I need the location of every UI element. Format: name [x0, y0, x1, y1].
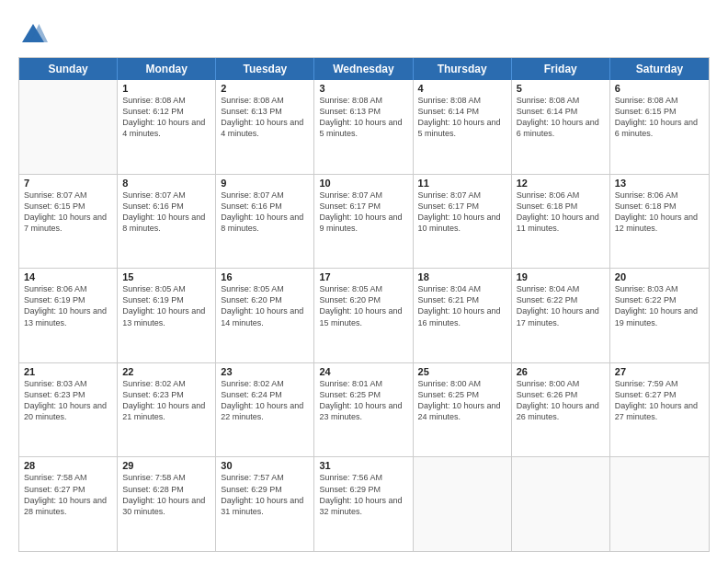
calendar-cell: 15Sunrise: 8:05 AMSunset: 6:19 PMDayligh… — [118, 269, 216, 362]
header-tuesday: Tuesday — [216, 58, 314, 80]
day-number: 12 — [517, 178, 605, 189]
cell-info: Sunrise: 8:08 AMSunset: 6:12 PMDaylight:… — [122, 95, 210, 140]
day-number: 26 — [517, 366, 605, 377]
cell-info: Sunrise: 8:01 AMSunset: 6:25 PMDaylight:… — [319, 378, 407, 423]
calendar-cell — [610, 457, 709, 551]
cell-info: Sunrise: 8:06 AMSunset: 6:18 PMDaylight:… — [615, 190, 704, 235]
calendar-body: 1Sunrise: 8:08 AMSunset: 6:12 PMDaylight… — [19, 80, 709, 551]
calendar-header: SundayMondayTuesdayWednesdayThursdayFrid… — [19, 58, 709, 80]
calendar-cell: 12Sunrise: 8:06 AMSunset: 6:18 PMDayligh… — [512, 175, 610, 269]
day-number: 8 — [122, 178, 210, 189]
day-number: 2 — [221, 83, 309, 94]
day-number: 31 — [319, 460, 407, 471]
header-wednesday: Wednesday — [314, 58, 413, 80]
header — [18, 17, 710, 50]
calendar-row-4: 28Sunrise: 7:58 AMSunset: 6:27 PMDayligh… — [19, 457, 709, 551]
header-thursday: Thursday — [414, 58, 512, 80]
cell-info: Sunrise: 8:05 AMSunset: 6:19 PMDaylight:… — [122, 283, 210, 328]
cell-info: Sunrise: 8:07 AMSunset: 6:16 PMDaylight:… — [122, 190, 210, 235]
calendar-cell: 27Sunrise: 7:59 AMSunset: 6:27 PMDayligh… — [610, 363, 709, 457]
calendar-cell: 1Sunrise: 8:08 AMSunset: 6:12 PMDaylight… — [118, 80, 216, 174]
cell-info: Sunrise: 8:02 AMSunset: 6:23 PMDaylight:… — [122, 378, 210, 423]
cell-info: Sunrise: 8:00 AMSunset: 6:26 PMDaylight:… — [517, 378, 605, 423]
day-number: 3 — [319, 83, 407, 94]
day-number: 29 — [122, 460, 210, 471]
cell-info: Sunrise: 8:08 AMSunset: 6:14 PMDaylight:… — [517, 95, 605, 140]
cell-info: Sunrise: 8:08 AMSunset: 6:15 PMDaylight:… — [615, 95, 704, 140]
day-number: 24 — [319, 366, 407, 377]
cell-info: Sunrise: 8:06 AMSunset: 6:18 PMDaylight:… — [517, 190, 605, 235]
day-number: 27 — [615, 366, 704, 377]
header-monday: Monday — [118, 58, 216, 80]
calendar-cell: 31Sunrise: 7:56 AMSunset: 6:29 PMDayligh… — [314, 457, 413, 551]
calendar-cell: 22Sunrise: 8:02 AMSunset: 6:23 PMDayligh… — [118, 363, 216, 457]
calendar-cell: 16Sunrise: 8:05 AMSunset: 6:20 PMDayligh… — [216, 269, 314, 362]
day-number: 30 — [221, 460, 309, 471]
day-number: 10 — [319, 178, 407, 189]
calendar-cell: 9Sunrise: 8:07 AMSunset: 6:16 PMDaylight… — [216, 175, 314, 269]
calendar-row-1: 7Sunrise: 8:07 AMSunset: 6:15 PMDaylight… — [19, 175, 709, 270]
day-number: 21 — [24, 366, 112, 377]
cell-info: Sunrise: 8:03 AMSunset: 6:22 PMDaylight:… — [615, 283, 704, 328]
cell-info: Sunrise: 8:03 AMSunset: 6:23 PMDaylight:… — [24, 378, 112, 423]
day-number: 7 — [24, 178, 112, 189]
day-number: 22 — [122, 366, 210, 377]
cell-info: Sunrise: 8:08 AMSunset: 6:13 PMDaylight:… — [319, 95, 407, 140]
day-number: 16 — [221, 271, 309, 282]
calendar-cell — [414, 457, 512, 551]
calendar-cell: 8Sunrise: 8:07 AMSunset: 6:16 PMDaylight… — [118, 175, 216, 269]
cell-info: Sunrise: 8:08 AMSunset: 6:14 PMDaylight:… — [418, 95, 506, 140]
calendar-cell: 21Sunrise: 8:03 AMSunset: 6:23 PMDayligh… — [19, 363, 118, 457]
cell-info: Sunrise: 8:07 AMSunset: 6:16 PMDaylight:… — [221, 190, 309, 235]
calendar-cell — [19, 80, 118, 174]
day-number: 11 — [418, 178, 506, 189]
day-number: 17 — [319, 271, 407, 282]
header-saturday: Saturday — [610, 58, 709, 80]
calendar-row-0: 1Sunrise: 8:08 AMSunset: 6:12 PMDaylight… — [19, 80, 709, 175]
calendar-cell: 3Sunrise: 8:08 AMSunset: 6:13 PMDaylight… — [314, 80, 413, 174]
cell-info: Sunrise: 8:04 AMSunset: 6:21 PMDaylight:… — [418, 283, 506, 328]
day-number: 4 — [418, 83, 506, 94]
day-number: 1 — [122, 83, 210, 94]
calendar-cell: 19Sunrise: 8:04 AMSunset: 6:22 PMDayligh… — [512, 269, 610, 362]
calendar-cell — [512, 457, 610, 551]
calendar-cell: 17Sunrise: 8:05 AMSunset: 6:20 PMDayligh… — [314, 269, 413, 362]
calendar-cell: 13Sunrise: 8:06 AMSunset: 6:18 PMDayligh… — [610, 175, 709, 269]
calendar-row-3: 21Sunrise: 8:03 AMSunset: 6:23 PMDayligh… — [19, 363, 709, 458]
calendar-cell: 20Sunrise: 8:03 AMSunset: 6:22 PMDayligh… — [610, 269, 709, 362]
day-number: 20 — [615, 271, 704, 282]
logo — [18, 20, 51, 50]
day-number: 14 — [24, 271, 112, 282]
calendar-cell: 11Sunrise: 8:07 AMSunset: 6:17 PMDayligh… — [414, 175, 512, 269]
cell-info: Sunrise: 8:02 AMSunset: 6:24 PMDaylight:… — [221, 378, 309, 423]
calendar-cell: 4Sunrise: 8:08 AMSunset: 6:14 PMDaylight… — [414, 80, 512, 174]
cell-info: Sunrise: 7:59 AMSunset: 6:27 PMDaylight:… — [615, 378, 704, 423]
calendar-cell: 23Sunrise: 8:02 AMSunset: 6:24 PMDayligh… — [216, 363, 314, 457]
day-number: 18 — [418, 271, 506, 282]
cell-info: Sunrise: 8:00 AMSunset: 6:25 PMDaylight:… — [418, 378, 506, 423]
day-number: 13 — [615, 178, 704, 189]
cell-info: Sunrise: 8:05 AMSunset: 6:20 PMDaylight:… — [319, 283, 407, 328]
calendar-cell: 10Sunrise: 8:07 AMSunset: 6:17 PMDayligh… — [314, 175, 413, 269]
calendar-cell: 2Sunrise: 8:08 AMSunset: 6:13 PMDaylight… — [216, 80, 314, 174]
calendar-cell: 5Sunrise: 8:08 AMSunset: 6:14 PMDaylight… — [512, 80, 610, 174]
cell-info: Sunrise: 7:58 AMSunset: 6:27 PMDaylight:… — [24, 472, 112, 517]
day-number: 5 — [517, 83, 605, 94]
day-number: 6 — [615, 83, 704, 94]
calendar-cell: 24Sunrise: 8:01 AMSunset: 6:25 PMDayligh… — [314, 363, 413, 457]
header-sunday: Sunday — [19, 58, 118, 80]
day-number: 9 — [221, 178, 309, 189]
day-number: 19 — [517, 271, 605, 282]
cell-info: Sunrise: 8:07 AMSunset: 6:17 PMDaylight:… — [319, 190, 407, 235]
cell-info: Sunrise: 8:05 AMSunset: 6:20 PMDaylight:… — [221, 283, 309, 328]
calendar: SundayMondayTuesdayWednesdayThursdayFrid… — [18, 57, 710, 552]
calendar-cell: 25Sunrise: 8:00 AMSunset: 6:25 PMDayligh… — [414, 363, 512, 457]
header-friday: Friday — [512, 58, 610, 80]
cell-info: Sunrise: 7:58 AMSunset: 6:28 PMDaylight:… — [122, 472, 210, 517]
calendar-cell: 30Sunrise: 7:57 AMSunset: 6:29 PMDayligh… — [216, 457, 314, 551]
calendar-row-2: 14Sunrise: 8:06 AMSunset: 6:19 PMDayligh… — [19, 269, 709, 363]
calendar-cell: 7Sunrise: 8:07 AMSunset: 6:15 PMDaylight… — [19, 175, 118, 269]
cell-info: Sunrise: 7:56 AMSunset: 6:29 PMDaylight:… — [319, 472, 407, 517]
calendar-cell: 6Sunrise: 8:08 AMSunset: 6:15 PMDaylight… — [610, 80, 709, 174]
day-number: 15 — [122, 271, 210, 282]
